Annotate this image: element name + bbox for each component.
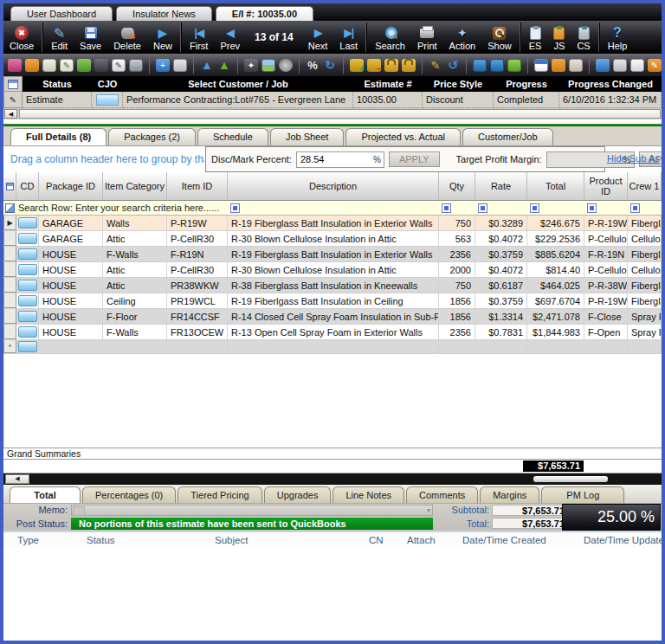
grid-row-1[interactable]: ▶ GARAGE Walls P-R19W R-19 Fiberglass Ba… <box>3 216 662 231</box>
tab-total[interactable]: Total <box>10 486 81 503</box>
cd-cell[interactable] <box>16 231 39 246</box>
cd-cell[interactable] <box>16 293 39 308</box>
cd-button[interactable] <box>18 341 37 352</box>
tab-tiered-pricing[interactable]: Tiered Pricing <box>178 486 261 503</box>
apply-disc-button[interactable]: APPLY <box>389 151 440 167</box>
add-folder-icon[interactable]: + <box>156 59 170 72</box>
monitor-icon[interactable] <box>129 59 143 72</box>
pen-icon[interactable]: ✎ <box>429 59 442 72</box>
filter-button-product[interactable] <box>587 203 597 213</box>
notes-col-updated[interactable]: Date/Time Updated <box>584 535 662 545</box>
tab-customer-job[interactable]: Customer/Job <box>462 128 552 145</box>
tab-user-dashboard[interactable]: User Dashboard <box>10 6 113 21</box>
grid-row-6[interactable]: HOUSE Ceiling PR19WCL R-19 Fiberlgass Ba… <box>3 293 662 309</box>
tab-estimate[interactable]: E/I #: 10035.00 <box>216 6 313 21</box>
calc-window-icon[interactable] <box>490 59 504 72</box>
filter-button-rate[interactable] <box>478 203 487 213</box>
clipboard-icon[interactable] <box>42 59 56 72</box>
cd-button[interactable] <box>18 233 37 244</box>
lock-closed-icon[interactable] <box>384 59 398 72</box>
cd-cell[interactable] <box>16 340 39 353</box>
cd-button[interactable] <box>18 326 37 338</box>
cd-button[interactable] <box>18 217 37 229</box>
header-product-id[interactable]: Product ID <box>584 172 628 200</box>
scroll-left-arrow[interactable]: ◀ <box>5 474 29 484</box>
contacts-icon[interactable] <box>8 59 22 72</box>
edit-button[interactable]: Edit <box>45 21 74 54</box>
grid-row-5[interactable]: HOUSE Attic PR38WKW R-38 Fiberglass Batt… <box>3 278 662 293</box>
edit-document-icon[interactable]: ✎ <box>112 59 126 72</box>
delete-button[interactable]: Delete <box>107 21 147 54</box>
grid-row-8[interactable]: HOUSE F-Walls FR13OCEW R-13 Open Cell Sp… <box>3 325 662 340</box>
tools-icon[interactable]: ✦ <box>244 59 258 72</box>
doc-gray-icon[interactable] <box>630 59 644 72</box>
estimate-window-icon[interactable] <box>473 59 487 72</box>
search-button[interactable]: Search <box>369 21 411 54</box>
header-package-id[interactable]: Package ID <box>39 172 103 200</box>
cd-button[interactable] <box>18 248 37 260</box>
grid-search-row[interactable]: Search Row: Enter your search criteria h… <box>3 201 662 216</box>
doc-star-icon[interactable] <box>596 59 610 72</box>
scroll-left-arrow[interactable]: ◀ <box>4 109 17 119</box>
tab-upgrades[interactable]: Upgrades <box>264 486 332 503</box>
cd-button[interactable] <box>18 295 37 306</box>
hide-sub-link[interactable]: Hide Sub As <box>607 153 661 164</box>
filter-button-description[interactable] <box>230 203 240 213</box>
col-status[interactable]: Status <box>23 79 92 89</box>
cd-cell[interactable] <box>16 325 39 339</box>
doc-clip-icon[interactable] <box>613 59 627 72</box>
doc-orange-icon[interactable]: ✎ <box>648 59 662 72</box>
image-icon[interactable] <box>261 59 275 72</box>
es-button[interactable]: ES <box>523 21 548 54</box>
task-clipboard-icon[interactable] <box>552 59 565 72</box>
percent-icon[interactable]: % <box>306 59 320 72</box>
col-customer-job[interactable]: Select Customer / Job <box>123 79 353 89</box>
lock-add-icon[interactable] <box>350 59 364 72</box>
show-button[interactable]: Show <box>481 21 518 54</box>
header-rate[interactable]: Rate <box>475 172 527 200</box>
search-row-hint[interactable]: Search Row: Enter your search criteria h… <box>18 203 219 213</box>
header-qty[interactable]: Qty <box>439 172 475 200</box>
customer-job-value[interactable]: Performance Contracting:Lot#765 - Evergr… <box>123 92 353 108</box>
notes-col-cn[interactable]: CN <box>369 535 407 545</box>
lock-open-icon[interactable] <box>402 59 416 72</box>
flask-icon[interactable] <box>507 59 521 72</box>
notes-col-type[interactable]: Type <box>3 535 87 545</box>
cd-button[interactable] <box>18 264 37 275</box>
notes-col-created[interactable]: Date/Time Created <box>462 535 584 545</box>
cjo-color-box[interactable] <box>96 94 119 106</box>
help-button[interactable]: Help <box>602 21 634 54</box>
cjo-cell[interactable] <box>92 92 123 108</box>
cs-button[interactable]: CS <box>571 21 596 54</box>
col-progress-changed[interactable]: Progress Changed <box>559 79 662 89</box>
grid-row-7[interactable]: HOUSE F-Floor FR14CCSF R-14 Closed Cell … <box>3 309 662 325</box>
tab-projected-vs-actual[interactable]: Projected vs. Actual <box>345 128 461 145</box>
col-cjo[interactable]: CJO <box>92 79 123 89</box>
photo-icon[interactable] <box>94 59 108 72</box>
action-button[interactable]: Action <box>443 21 482 54</box>
edit-note-icon[interactable]: ✎ <box>60 59 74 72</box>
notes-col-status[interactable]: Status <box>87 535 215 545</box>
record-scrollbar[interactable]: ◀ <box>3 108 662 119</box>
row-selector[interactable] <box>3 325 16 339</box>
print-button[interactable]: Print <box>411 21 443 54</box>
cd-button[interactable] <box>18 311 37 322</box>
col-estimate-no[interactable]: Estimate # <box>353 79 423 89</box>
tab-line-notes[interactable]: Line Notes <box>332 486 404 503</box>
save-button[interactable]: Save <box>74 21 107 54</box>
row-selector[interactable] <box>3 262 16 277</box>
cd-cell[interactable] <box>16 247 39 261</box>
header-cd[interactable]: CD <box>16 172 39 200</box>
new-button[interactable]: New <box>147 21 178 54</box>
notes-col-attach[interactable]: Attach <box>407 535 462 545</box>
filter-button-qty[interactable] <box>442 203 451 213</box>
user-icon[interactable] <box>569 59 583 72</box>
first-button[interactable]: First <box>184 21 214 54</box>
next-button[interactable]: Next <box>302 21 334 54</box>
calendar-icon[interactable] <box>534 59 548 72</box>
col-progress[interactable]: Progress <box>494 79 559 89</box>
close-button[interactable]: Close <box>3 21 40 54</box>
row-selector[interactable] <box>3 293 16 308</box>
sync-icon[interactable]: ↺ <box>446 59 460 72</box>
arrow-up-blue-icon[interactable]: ▲ <box>200 59 214 72</box>
